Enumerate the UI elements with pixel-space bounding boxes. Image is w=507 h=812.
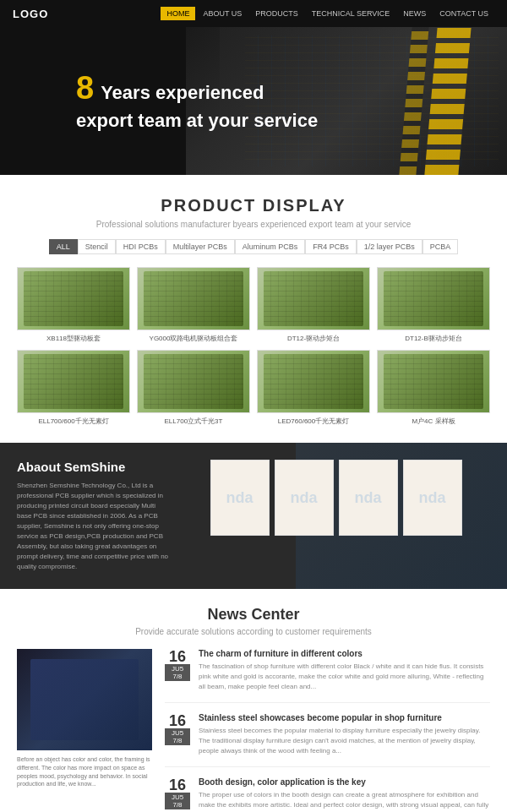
nav-contact[interactable]: CONTACT US	[433, 7, 494, 20]
product-name: ELL700/600千光无素灯	[17, 417, 130, 426]
nav-about[interactable]: ABOUT US	[197, 7, 248, 20]
header: LOGO HOME ABOUT US PRODUCTS TECHNICAL SE…	[0, 0, 507, 27]
filter-fr4[interactable]: FR4 PCBs	[305, 239, 357, 254]
nav-home[interactable]: HOME	[161, 7, 195, 20]
product-name: DT12-驱动步矩台	[257, 334, 370, 343]
product-img-inner	[384, 271, 484, 327]
news-headline-2: Stainless steel showcases become popular…	[199, 713, 490, 722]
news-item-1[interactable]: 16 JU5 7/8 The charm of furniture in dif…	[165, 649, 490, 703]
filter-pcba[interactable]: PCBA	[422, 239, 459, 254]
certificates-row: nda nda nda nda	[182, 460, 490, 536]
cert-2: nda	[275, 460, 334, 536]
product-item[interactable]: XB118型驱动板套	[17, 267, 130, 343]
product-name: DT12-B驱动步矩台	[377, 334, 490, 343]
filter-hdi[interactable]: HDI PCBs	[116, 239, 166, 254]
about-title: Abaout SemShine	[17, 460, 169, 474]
filter-all[interactable]: ALL	[49, 239, 78, 254]
cert-watermark-4: nda	[418, 489, 445, 507]
hero-content: 8 Years experienced export team at your …	[0, 70, 318, 132]
news-image-column: Before an object has color and color, th…	[17, 649, 152, 812]
pcb-lines	[144, 354, 244, 410]
product-image	[137, 267, 250, 330]
product-title: PRODUCT DISPLAY	[17, 196, 490, 215]
pcb-lines	[384, 354, 484, 410]
product-img-inner	[24, 271, 124, 327]
pcb-lines	[384, 271, 484, 327]
news-month-1: JU5 7/8	[165, 664, 190, 681]
product-image	[137, 350, 250, 413]
news-section: News Center Provide accurate solutions a…	[0, 589, 507, 812]
news-list: 16 JU5 7/8 The charm of furniture in dif…	[165, 649, 490, 812]
product-item[interactable]: LED760/600千光无素灯	[257, 350, 370, 426]
hero-line1: Years experienced	[101, 82, 264, 104]
news-item-3[interactable]: 16 JU5 7/8 Booth design, color applicati…	[165, 777, 490, 812]
product-image	[377, 267, 490, 330]
product-img-inner	[144, 354, 244, 410]
product-item[interactable]: DT12-B驱动步矩台	[377, 267, 490, 343]
logo: LOGO	[13, 8, 48, 20]
news-content-1: The charm of furniture in different colo…	[199, 649, 490, 692]
news-date-1: 16 JU5 7/8	[165, 649, 190, 692]
news-body-2: Stainless steel becomes the popular mate…	[199, 726, 490, 756]
news-image-caption: Before an object has color and color, th…	[17, 755, 152, 788]
product-subtitle: Professional solutions manufacturer byea…	[17, 220, 490, 229]
cert-3: nda	[339, 460, 398, 536]
filter-aluminum[interactable]: Aluminum PCBs	[235, 239, 306, 254]
cert-1: nda	[210, 460, 270, 536]
product-image	[257, 267, 370, 330]
product-item[interactable]: ELL700立式千光3T	[137, 350, 250, 426]
product-grid: XB118型驱动板套 YG000双路电机驱动板组合套 DT12-驱动步矩台 DT…	[17, 267, 490, 426]
about-body: Shenzhen Semshine Technology Co., Ltd is…	[17, 481, 169, 572]
product-name: LED760/600千光无素灯	[257, 417, 370, 426]
filter-stencil[interactable]: Stencil	[78, 239, 116, 254]
product-item[interactable]: YG000双路电机驱动板组合套	[137, 267, 250, 343]
filter-multilayer[interactable]: Multilayer PCBs	[166, 239, 235, 254]
about-text-column: Abaout SemShine Shenzhen Semshine Techno…	[17, 460, 169, 572]
news-day-1: 16	[165, 649, 190, 664]
about-section: Abaout SemShine Shenzhen Semshine Techno…	[0, 443, 507, 589]
pcb-lines	[24, 271, 124, 327]
cert-watermark-1: nda	[226, 489, 253, 507]
pcb-lines	[264, 271, 364, 327]
news-image-inner	[30, 659, 139, 740]
cert-4: nda	[403, 460, 462, 536]
product-name: XB118型驱动板套	[17, 334, 130, 343]
product-name: M户4C 采样板	[377, 417, 490, 426]
news-headline-1: The charm of furniture in different colo…	[199, 649, 490, 658]
product-img-inner	[24, 354, 124, 410]
product-item[interactable]: DT12-驱动步矩台	[257, 267, 370, 343]
nav-news[interactable]: NEWS	[397, 7, 432, 20]
news-headline-3: Booth design, color application is the k…	[199, 777, 490, 787]
nav-products[interactable]: PRODUCTS	[249, 7, 304, 20]
product-filters: ALL Stencil HDI PCBs Multilayer PCBs Alu…	[17, 239, 490, 254]
product-item[interactable]: M户4C 采样板	[377, 350, 490, 426]
product-item[interactable]: ELL700/600千光无素灯	[17, 350, 130, 426]
product-img-inner	[144, 271, 244, 327]
pcb-lines	[24, 354, 124, 410]
product-image	[17, 350, 130, 413]
nav-technical[interactable]: TECHNICAL SERVICE	[306, 7, 396, 20]
product-img-inner	[264, 271, 364, 327]
filter-half-layer[interactable]: 1/2 layer PCBs	[357, 239, 422, 254]
hero-section: 8 Years experienced export team at your …	[0, 27, 507, 175]
cert-watermark-2: nda	[290, 489, 317, 507]
product-img-inner	[384, 354, 484, 410]
product-name: ELL700立式千光3T	[137, 417, 250, 426]
pcb-lines	[264, 354, 364, 410]
pcb-lines	[144, 271, 244, 327]
hero-years-number: 8	[76, 70, 94, 106]
news-day-3: 16	[165, 777, 190, 793]
main-nav: HOME ABOUT US PRODUCTS TECHNICAL SERVICE…	[161, 7, 494, 20]
news-content-3: Booth design, color application is the k…	[199, 777, 490, 812]
product-image	[17, 267, 130, 330]
news-date-3: 16 JU5 7/8	[165, 777, 190, 812]
product-name: YG000双路电机驱动板组合套	[137, 334, 250, 343]
hero-line2: export team at your service	[76, 110, 318, 132]
product-image	[377, 350, 490, 413]
news-content-2: Stainless steel showcases become popular…	[199, 713, 490, 756]
news-main-image	[17, 649, 152, 750]
news-item-2[interactable]: 16 JU5 7/8 Stainless steel showcases bec…	[165, 713, 490, 767]
product-section: PRODUCT DISPLAY Professional solutions m…	[0, 175, 507, 443]
news-layout: Before an object has color and color, th…	[17, 649, 490, 812]
product-image	[257, 350, 370, 413]
